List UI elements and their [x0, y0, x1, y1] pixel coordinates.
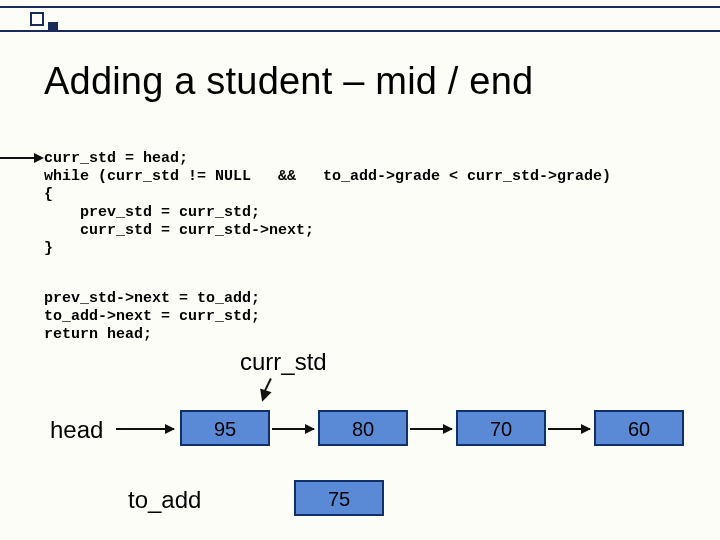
- list-node: 60: [594, 410, 684, 446]
- head-label: head: [50, 416, 103, 444]
- list-node: 80: [318, 410, 408, 446]
- bullet-filled-icon: [48, 22, 58, 32]
- header-bar: [0, 6, 720, 32]
- link-arrow-icon: [548, 428, 590, 430]
- page-title: Adding a student – mid / end: [44, 60, 533, 103]
- code-block-loop: curr_std = head; while (curr_std != NULL…: [44, 150, 611, 258]
- insert-node: 75: [294, 480, 384, 516]
- link-arrow-icon: [410, 428, 452, 430]
- code-block-insert: prev_std->next = to_add; to_add->next = …: [44, 290, 260, 344]
- link-arrow-icon: [272, 428, 314, 430]
- bullet-outline-icon: [30, 12, 44, 26]
- to-add-label: to_add: [128, 486, 201, 514]
- list-node: 70: [456, 410, 546, 446]
- list-node: 95: [180, 410, 270, 446]
- pointer-arrow-icon: [0, 154, 46, 162]
- curr-std-arrow-icon: [256, 378, 286, 408]
- curr-std-label: curr_std: [240, 348, 327, 376]
- link-arrow-icon: [116, 428, 174, 430]
